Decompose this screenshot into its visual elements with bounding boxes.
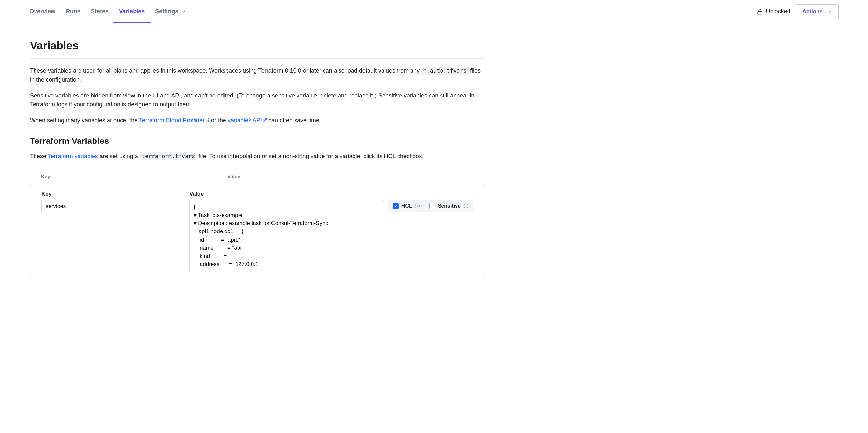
actions-button[interactable]: Actions xyxy=(796,4,839,19)
svg-line-2 xyxy=(264,119,266,121)
description-para-1: These variables are used for all plans a… xyxy=(30,66,485,84)
value-row: HCL Sensitive xyxy=(189,200,473,271)
link-variables-api[interactable]: variables API xyxy=(228,117,267,123)
tab-settings-label: Settings xyxy=(155,8,178,15)
svg-rect-0 xyxy=(757,11,762,14)
table-headers: Key Value xyxy=(30,168,485,184)
value-textarea[interactable] xyxy=(189,200,384,271)
sensitive-toggle[interactable]: Sensitive xyxy=(425,200,473,212)
external-link-icon xyxy=(262,118,267,122)
link-label: variables API xyxy=(228,117,262,123)
value-type-toggles: HCL Sensitive xyxy=(388,200,473,212)
code-terraform-tfvars: terraform.tfvars xyxy=(140,152,197,160)
external-link-icon xyxy=(205,118,210,122)
tab-overview[interactable]: Overview xyxy=(29,0,55,23)
page-title: Variables xyxy=(30,39,485,59)
sensitive-label: Sensitive xyxy=(438,203,461,209)
link-terraform-variables[interactable]: Terraform variables xyxy=(48,153,98,160)
tab-bar: Overview Runs States Variables Settings … xyxy=(0,0,868,24)
chevron-down-icon xyxy=(182,9,186,14)
text: are set using a xyxy=(98,153,140,160)
column-header-value: Value xyxy=(227,174,240,179)
hcl-label: HCL xyxy=(401,203,412,209)
key-input[interactable] xyxy=(41,200,182,213)
right-controls: Unlocked Actions xyxy=(757,4,839,19)
text: When setting many variables at once, the xyxy=(30,117,139,123)
tab-states[interactable]: States xyxy=(91,0,108,23)
svg-line-1 xyxy=(207,119,209,121)
tab-list: Overview Runs States Variables Settings xyxy=(29,0,757,23)
link-terraform-cloud-provider[interactable]: Terraform Cloud Provider xyxy=(139,117,210,123)
info-icon[interactable] xyxy=(415,203,420,209)
link-label: Terraform Cloud Provider xyxy=(139,117,205,123)
unlocked-label: Unlocked xyxy=(766,8,790,15)
column-header-key: Key xyxy=(41,174,227,179)
key-section: Key xyxy=(41,191,182,271)
tab-runs[interactable]: Runs xyxy=(66,0,81,23)
hcl-toggle[interactable]: HCL xyxy=(389,200,425,212)
text: These variables are used for all plans a… xyxy=(30,67,421,74)
tab-variables[interactable]: Variables xyxy=(119,0,145,23)
actions-button-label: Actions xyxy=(803,8,823,15)
text: These xyxy=(30,153,48,160)
text: file. To use interpolation or set a non-… xyxy=(197,153,424,160)
variable-editor-panel: Key Value HCL xyxy=(30,184,485,278)
info-icon[interactable] xyxy=(463,203,468,209)
section-title-terraform-variables: Terraform Variables xyxy=(30,136,485,146)
description-para-2: Sensitive variables are hidden from view… xyxy=(30,91,485,109)
unlocked-icon xyxy=(757,9,763,15)
value-field-label: Value xyxy=(189,191,473,197)
chevron-down-icon xyxy=(827,9,832,14)
description-para-3: When setting many variables at once, the… xyxy=(30,116,485,125)
code-auto-tfvars: *.auto.tfvars xyxy=(421,67,468,75)
tab-settings[interactable]: Settings xyxy=(155,0,186,23)
text: can often save time. xyxy=(267,117,321,123)
content: Variables These variables are used for a… xyxy=(0,24,515,294)
text: or the xyxy=(210,117,228,123)
sensitive-checkbox[interactable] xyxy=(429,203,435,209)
value-section: Value HCL Sensitive xyxy=(189,191,473,271)
hcl-checkbox[interactable] xyxy=(393,203,399,209)
workspace-lock-status: Unlocked xyxy=(757,8,790,15)
key-field-label: Key xyxy=(41,191,182,197)
section-description: These Terraform variables are set using … xyxy=(30,152,485,161)
